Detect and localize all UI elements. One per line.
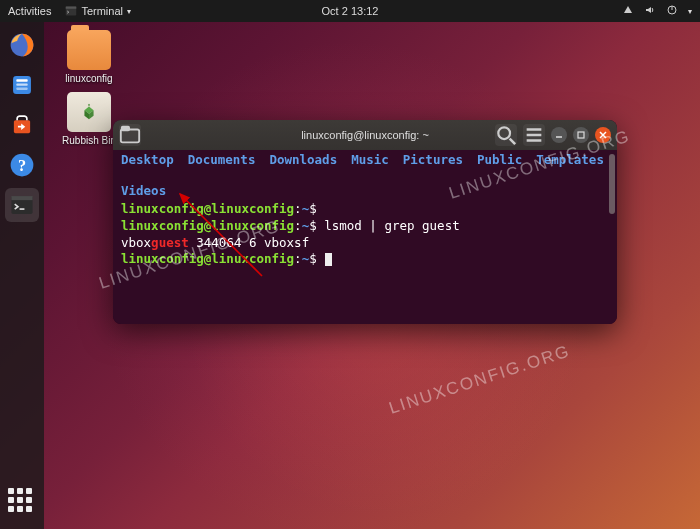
window-titlebar[interactable]: linuxconfig@linuxconfig: ~ [113, 120, 617, 150]
cursor [325, 253, 332, 266]
maximize-icon [576, 130, 586, 140]
svg-rect-1 [66, 7, 77, 9]
svg-rect-16 [121, 126, 130, 131]
help-icon: ? [9, 152, 35, 178]
command-output: vboxguest 344064 6 vboxsf [121, 235, 609, 252]
svg-point-17 [498, 127, 510, 139]
prompt-line-1: linuxconfig@linuxconfig:~$ [121, 201, 609, 218]
svg-line-18 [510, 139, 516, 145]
network-icon [622, 4, 634, 18]
maximize-button[interactable] [573, 127, 589, 143]
top-bar: Activities Terminal ▾ Oct 2 13:12 ▾ [0, 0, 700, 22]
dock-item-firefox[interactable] [5, 28, 39, 62]
dock-item-help[interactable]: ? [5, 148, 39, 182]
software-icon [9, 112, 35, 138]
dock-item-terminal[interactable] [5, 188, 39, 222]
minimize-icon [554, 130, 564, 140]
system-status-area[interactable]: ▾ [622, 4, 692, 18]
svg-rect-6 [16, 79, 27, 81]
desktop-folder-linuxconfig[interactable]: linuxconfig [54, 30, 124, 84]
clock[interactable]: Oct 2 13:12 [322, 5, 379, 17]
minimize-button[interactable] [551, 127, 567, 143]
svg-text:?: ? [18, 157, 26, 175]
folder-icon [67, 30, 111, 70]
terminal-window: linuxconfig@linuxconfig: ~ Desktop Docum… [113, 120, 617, 324]
search-icon [495, 124, 517, 146]
chevron-down-icon: ▾ [688, 7, 692, 16]
svg-rect-23 [578, 132, 584, 138]
terminal-icon [65, 5, 77, 17]
active-app-indicator[interactable]: Terminal ▾ [65, 5, 131, 17]
terminal-content[interactable]: Desktop Documents Downloads Music Pictur… [113, 150, 617, 324]
desktop-icon-label: linuxconfig [54, 73, 124, 84]
volume-icon [644, 4, 656, 18]
window-title: linuxconfig@linuxconfig: ~ [301, 129, 429, 141]
files-icon [9, 72, 35, 98]
menu-button[interactable] [523, 124, 545, 146]
close-icon [598, 130, 608, 140]
svg-rect-13 [11, 196, 32, 200]
close-button[interactable] [595, 127, 611, 143]
active-app-label: Terminal [81, 5, 123, 17]
tab-icon [119, 124, 141, 146]
terminal-icon [9, 192, 35, 218]
power-icon [666, 4, 678, 18]
dock-item-software[interactable] [5, 108, 39, 142]
hamburger-icon [523, 124, 545, 146]
show-applications-button[interactable] [5, 485, 39, 519]
scrollbar[interactable] [609, 154, 615, 214]
chevron-down-icon: ▾ [127, 7, 131, 16]
prompt-line-3: linuxconfig@linuxconfig:~$ [121, 251, 609, 268]
dock: ? [0, 22, 44, 529]
svg-rect-15 [121, 130, 139, 143]
ls-output: Desktop Documents Downloads Music Pictur… [121, 152, 609, 200]
prompt-line-2: linuxconfig@linuxconfig:~$ lsmod | grep … [121, 218, 609, 235]
trash-icon [67, 92, 111, 132]
firefox-icon [9, 32, 35, 58]
svg-rect-8 [16, 87, 27, 89]
svg-rect-7 [16, 83, 27, 85]
activities-button[interactable]: Activities [8, 5, 51, 17]
grid-icon [8, 488, 36, 516]
new-tab-button[interactable] [119, 124, 141, 146]
dock-item-files[interactable] [5, 68, 39, 102]
search-button[interactable] [495, 124, 517, 146]
